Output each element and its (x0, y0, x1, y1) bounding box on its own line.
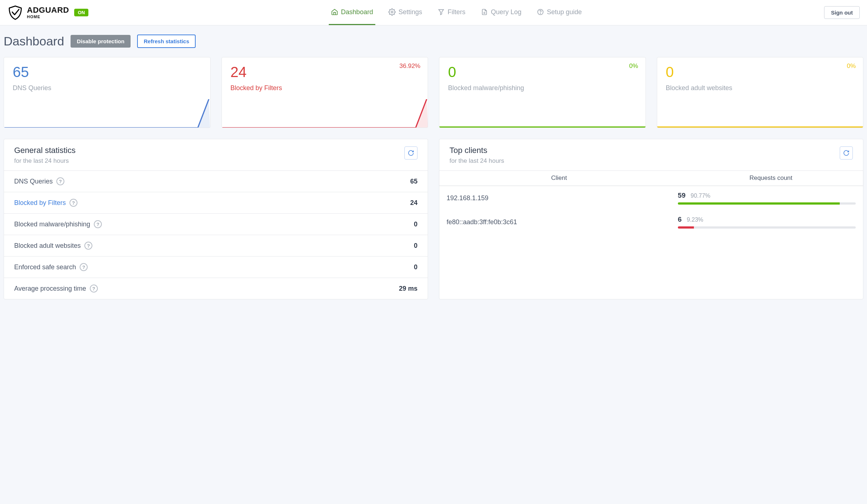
progress-bar (678, 202, 856, 205)
refresh-panel-button[interactable] (404, 146, 417, 160)
request-percent: 90.77% (691, 193, 710, 199)
stat-percent: 36.92% (399, 63, 420, 70)
stat-value: 0 (448, 65, 637, 79)
home-icon (331, 8, 338, 16)
help-icon[interactable]: ? (84, 242, 92, 250)
stat-value: 24 (231, 65, 419, 79)
stat-row: Enforced safe search?0 (4, 256, 428, 278)
top-client-row[interactable]: 192.168.1.1595990.77% (439, 186, 863, 210)
client-address: 192.168.1.159 (447, 194, 678, 202)
stat-row-label: Average processing time (14, 285, 86, 293)
sign-out-button[interactable]: Sign out (824, 6, 860, 19)
stat-label: Blocked malware/phishing (448, 84, 637, 92)
stat-value: 65 (13, 65, 201, 79)
panel-subtitle: for the last 24 hours (450, 157, 504, 165)
stat-row-label: Enforced safe search (14, 263, 76, 271)
progress-bar-fill (678, 226, 694, 229)
stat-row: Average processing time?29 ms (4, 278, 428, 299)
stat-percent: 0% (847, 63, 856, 70)
request-count: 59 (678, 191, 686, 199)
card-underline (439, 126, 646, 128)
help-icon[interactable]: ? (69, 199, 77, 207)
brand: ADGUARD HOME ON (7, 5, 88, 21)
nav-dashboard[interactable]: Dashboard (329, 0, 375, 25)
nav-setup-guide[interactable]: Setup guide (535, 0, 584, 25)
main-nav: Dashboard Settings Filters Query Log Set… (329, 0, 584, 25)
stat-cards-row: 65 DNS Queries 36.92% 24 Blocked by Filt… (4, 57, 863, 128)
refresh-panel-button[interactable] (840, 146, 853, 160)
nav-label: Filters (448, 8, 466, 16)
nav-query-log[interactable]: Query Log (479, 0, 524, 25)
general-statistics-panel: General statistics for the last 24 hours… (4, 139, 428, 299)
shield-logo-icon (7, 5, 23, 21)
svg-point-0 (391, 11, 393, 13)
nav-label: Dashboard (341, 8, 373, 16)
nav-filters[interactable]: Filters (435, 0, 468, 25)
refresh-statistics-button[interactable]: Refresh statistics (137, 35, 196, 48)
help-circle-icon (537, 8, 544, 16)
request-count: 6 (678, 215, 682, 223)
stat-value: 0 (666, 65, 855, 79)
top-clients-panel: Top clients for the last 24 hours Client… (439, 139, 863, 299)
stat-row-value: 29 ms (399, 285, 417, 293)
column-header-requests: Requests count (679, 171, 863, 185)
stat-label: Blocked adult websites (666, 84, 855, 92)
top-client-row[interactable]: fe80::aadb:3ff:fe0b:3c6169.23% (439, 210, 863, 234)
stat-card-dns-queries[interactable]: 65 DNS Queries (4, 57, 211, 128)
stat-row-value: 0 (414, 263, 417, 271)
page-body: Dashboard Disable protection Refresh sta… (0, 25, 867, 303)
client-address: fe80::aadb:3ff:fe0b:3c61 (447, 218, 678, 226)
app-header: ADGUARD HOME ON Dashboard Settings Filte… (0, 0, 867, 25)
card-underline (657, 126, 863, 128)
stat-row-label: Blocked adult websites (14, 242, 81, 250)
column-header-client: Client (439, 171, 679, 185)
refresh-icon (843, 150, 850, 156)
stat-label: DNS Queries (13, 84, 201, 92)
brand-title: ADGUARD (27, 6, 69, 14)
top-clients-header-row: Client Requests count (439, 170, 863, 186)
document-icon (481, 8, 488, 16)
help-icon[interactable]: ? (80, 263, 88, 271)
nav-settings[interactable]: Settings (386, 0, 424, 25)
page-title: Dashboard (4, 34, 64, 48)
stat-row-value: 24 (410, 199, 417, 207)
refresh-icon (408, 150, 414, 156)
stat-row-value: 65 (410, 178, 417, 185)
stat-card-blocked-filters[interactable]: 36.92% 24 Blocked by Filters (221, 57, 428, 128)
stat-row: DNS Queries?65 (4, 170, 428, 192)
nav-label: Query Log (491, 8, 522, 16)
help-icon[interactable]: ? (56, 177, 64, 185)
gear-icon (388, 8, 396, 16)
stat-row-value: 0 (414, 242, 417, 250)
stat-row-label: Blocked malware/phishing (14, 221, 90, 228)
help-icon[interactable]: ? (90, 285, 98, 293)
lower-columns: General statistics for the last 24 hours… (4, 139, 863, 299)
stat-card-blocked-malware[interactable]: 0% 0 Blocked malware/phishing (439, 57, 646, 128)
stat-row-label: DNS Queries (14, 178, 53, 185)
sparkline (4, 98, 210, 128)
stat-row[interactable]: Blocked by Filters?24 (4, 192, 428, 213)
help-icon[interactable]: ? (94, 220, 102, 228)
progress-bar (678, 226, 856, 229)
filter-icon (438, 8, 445, 16)
svg-point-2 (540, 13, 540, 14)
logo: ADGUARD HOME (7, 5, 69, 21)
request-percent: 9.23% (687, 217, 703, 223)
stat-row: Blocked adult websites?0 (4, 235, 428, 256)
panel-title: Top clients (450, 146, 504, 155)
brand-subtitle: HOME (27, 15, 69, 19)
nav-label: Setup guide (547, 8, 582, 16)
stat-row-value: 0 (414, 221, 417, 228)
stat-card-blocked-adult[interactable]: 0% 0 Blocked adult websites (657, 57, 864, 128)
progress-bar-fill (678, 202, 840, 205)
stat-row-label: Blocked by Filters (14, 199, 66, 207)
disable-protection-button[interactable]: Disable protection (71, 35, 131, 48)
stat-percent: 0% (629, 63, 638, 70)
nav-label: Settings (399, 8, 422, 16)
stat-row: Blocked malware/phishing?0 (4, 213, 428, 235)
page-heading-row: Dashboard Disable protection Refresh sta… (4, 34, 863, 48)
panel-title: General statistics (14, 146, 76, 155)
protection-status-badge: ON (74, 9, 89, 16)
sparkline (222, 98, 428, 128)
stat-label: Blocked by Filters (231, 84, 419, 92)
